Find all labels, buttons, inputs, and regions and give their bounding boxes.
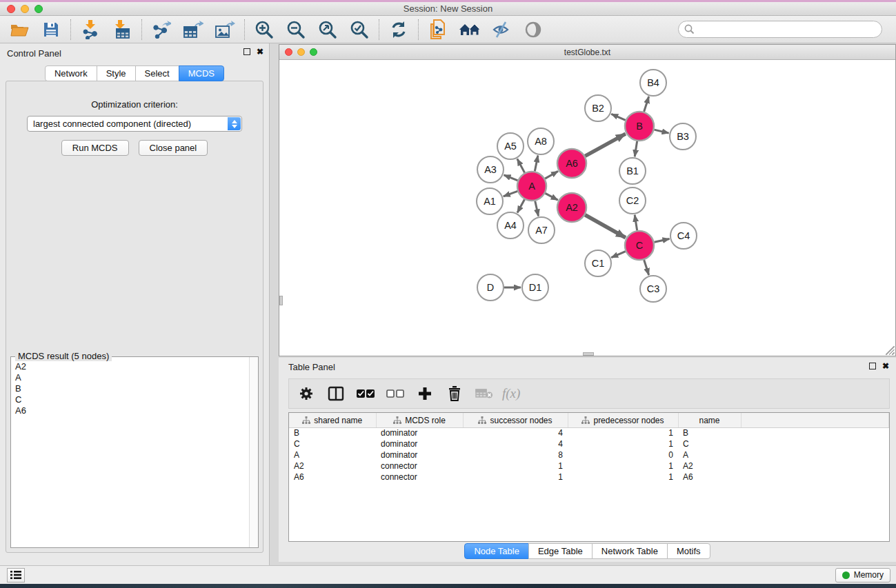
- graph-edge-A2-C[interactable]: [585, 215, 626, 238]
- graph-edge-B-B4[interactable]: [644, 97, 649, 112]
- zoom-fit-button[interactable]: [315, 18, 340, 41]
- graph-edge-A-A1[interactable]: [504, 191, 518, 196]
- add-column-button[interactable]: [413, 382, 437, 405]
- table-cell[interactable]: A6: [289, 472, 376, 483]
- table-cell[interactable]: B: [289, 427, 376, 438]
- graph-node-A5[interactable]: A5: [497, 133, 524, 159]
- graph-node-A6[interactable]: A6: [557, 149, 586, 178]
- table-cell[interactable]: connector: [376, 472, 463, 483]
- column-header-shared-name[interactable]: shared name: [289, 413, 376, 427]
- graph-node-A8[interactable]: A8: [528, 128, 554, 154]
- import-table-button[interactable]: [110, 18, 135, 41]
- graph-edge-C-C1[interactable]: [611, 252, 626, 258]
- table-cell[interactable]: dominator: [376, 449, 463, 460]
- tab-network-table[interactable]: Network Table: [592, 543, 668, 559]
- table-cell[interactable]: A2: [289, 460, 376, 472]
- graph-node-B2[interactable]: B2: [585, 95, 611, 121]
- search-input[interactable]: [678, 21, 882, 38]
- table-header-row[interactable]: shared nameMCDS rolesuccessor nodesprede…: [289, 413, 889, 427]
- refresh-view-button[interactable]: [386, 18, 411, 41]
- network-horizontal-scroll-thumb[interactable]: [583, 352, 594, 356]
- tab-node-table[interactable]: Node Table: [464, 543, 529, 559]
- graph-edge-A6-B[interactable]: [585, 134, 626, 156]
- column-header-name[interactable]: name: [678, 413, 741, 427]
- export-network-button[interactable]: [149, 18, 174, 41]
- export-image-button[interactable]: [212, 18, 237, 41]
- zoom-out-button[interactable]: [283, 18, 308, 41]
- table-row[interactable]: Adominator80A: [289, 449, 889, 460]
- table-cell[interactable]: 0: [568, 449, 678, 460]
- zoom-in-button[interactable]: [252, 18, 277, 41]
- graph-edge-A-A6[interactable]: [545, 171, 558, 179]
- zoom-selected-button[interactable]: [347, 18, 372, 41]
- network-vertical-scroll-thumb[interactable]: [279, 296, 283, 305]
- clone-network-button[interactable]: [426, 18, 450, 41]
- export-table-button[interactable]: [181, 18, 206, 41]
- delete-table-button[interactable]: [472, 382, 496, 405]
- float-table-panel-icon[interactable]: [869, 363, 876, 369]
- table-cell[interactable]: A6: [678, 472, 741, 483]
- table-row[interactable]: Bdominator41B: [289, 427, 889, 438]
- tab-style[interactable]: Style: [97, 65, 136, 81]
- table-row[interactable]: A2connector11A2: [289, 460, 889, 472]
- delete-column-button[interactable]: [443, 382, 466, 405]
- close-panel-icon[interactable]: ✖: [257, 48, 263, 55]
- graph-edge-A-A7[interactable]: [535, 201, 539, 216]
- graph-edge-B-B3[interactable]: [654, 130, 668, 133]
- graph-edge-A-A5[interactable]: [517, 159, 525, 173]
- clear-all-checkboxes-button[interactable]: [384, 382, 407, 405]
- table-cell[interactable]: A2: [678, 460, 741, 472]
- hide-graphics-details-button[interactable]: [489, 18, 514, 41]
- window-resize-grip[interactable]: [886, 346, 895, 355]
- graph-node-A4[interactable]: A4: [497, 212, 524, 239]
- graph-node-C1[interactable]: C1: [585, 250, 611, 276]
- import-network-button[interactable]: [78, 18, 103, 41]
- graph-edge-A-A4[interactable]: [517, 199, 524, 212]
- graph-node-C[interactable]: C: [625, 231, 654, 260]
- graph-edge-B-B2[interactable]: [611, 114, 626, 120]
- table-row[interactable]: A6connector11A6: [289, 472, 889, 483]
- function-builder-button[interactable]: f(x): [502, 386, 520, 401]
- graph-node-A2[interactable]: A2: [557, 193, 586, 222]
- graph-node-D1[interactable]: D1: [522, 274, 548, 301]
- graph-edge-A-A8[interactable]: [535, 156, 538, 172]
- table-cell[interactable]: dominator: [376, 427, 463, 438]
- table-cell[interactable]: A: [678, 449, 741, 460]
- graph-node-B1[interactable]: B1: [619, 158, 646, 184]
- graph-node-D[interactable]: D: [477, 274, 504, 301]
- graph-node-B3[interactable]: B3: [670, 123, 696, 150]
- tab-network[interactable]: Network: [45, 65, 97, 81]
- table-cell[interactable]: 1: [568, 460, 678, 472]
- tab-select[interactable]: Select: [135, 65, 179, 81]
- column-header-predecessor-nodes[interactable]: predecessor nodes: [568, 413, 678, 427]
- table-cell[interactable]: 1: [568, 472, 678, 483]
- graph-node-A1[interactable]: A1: [477, 188, 503, 214]
- table-cell[interactable]: 8: [463, 449, 568, 460]
- close-table-panel-icon[interactable]: ✖: [882, 363, 889, 369]
- network-window-titlebar[interactable]: testGlobe.txt: [279, 45, 895, 60]
- select-all-checkboxes-button[interactable]: [354, 382, 377, 405]
- show-panels-list-button[interactable]: [7, 568, 25, 582]
- close-panel-button[interactable]: Close panel: [139, 140, 208, 156]
- graph-node-C3[interactable]: C3: [640, 276, 666, 302]
- table-cell[interactable]: 1: [568, 427, 678, 438]
- graph-node-A3[interactable]: A3: [477, 156, 504, 183]
- graph-edge-B-B1[interactable]: [635, 141, 637, 157]
- graph-edge-C-C4[interactable]: [654, 239, 669, 242]
- table-cell[interactable]: A: [289, 449, 376, 460]
- float-panel-icon[interactable]: [243, 48, 250, 55]
- result-scrollbar[interactable]: [249, 357, 258, 547]
- memory-button[interactable]: Memory: [835, 568, 890, 582]
- table-cell[interactable]: 1: [463, 472, 568, 483]
- run-mcds-button[interactable]: Run MCDS: [61, 140, 129, 156]
- show-graphics-details-button[interactable]: [521, 18, 546, 41]
- open-session-button[interactable]: [7, 18, 32, 41]
- graph-node-B[interactable]: B: [625, 112, 654, 141]
- column-header-mcds-role[interactable]: MCDS role: [376, 413, 463, 427]
- show-columns-button[interactable]: [324, 382, 348, 405]
- home-button[interactable]: [457, 18, 482, 41]
- column-header-successor-nodes[interactable]: successor nodes: [463, 413, 568, 427]
- criterion-dropdown[interactable]: largest connected component (directed): [27, 116, 242, 132]
- graph-node-A7[interactable]: A7: [528, 217, 555, 243]
- graph-node-A[interactable]: A: [517, 172, 546, 201]
